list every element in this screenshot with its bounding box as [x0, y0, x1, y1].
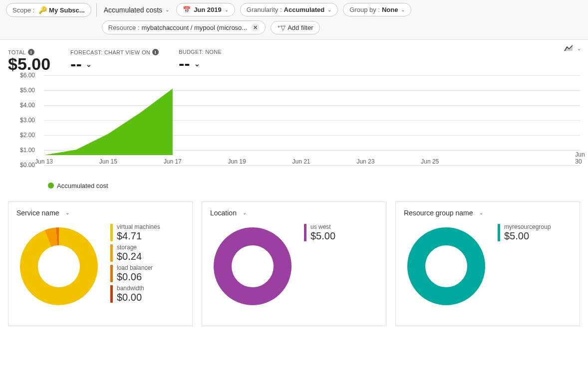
area-chart-icon	[564, 45, 573, 52]
chevron-down-icon: ⌄	[327, 7, 331, 12]
close-icon[interactable]: ✕	[251, 23, 259, 31]
chart-type-toggle[interactable]: ⌄	[564, 45, 581, 52]
legend-swatch	[110, 224, 113, 241]
chevron-down-icon: ⌄	[225, 7, 229, 12]
resource-label: Resource :	[108, 24, 140, 31]
granularity-selector[interactable]: Granularity : Accumulated ⌄	[240, 3, 338, 16]
y-tick: $5.00	[20, 87, 35, 94]
legend-swatch	[110, 244, 113, 262]
legend-item: virtual machines$4.71	[110, 224, 184, 241]
legend-item-name: us west	[310, 224, 335, 230]
filter-funnel-icon: ⁺▽	[277, 24, 286, 31]
main-chart: $0.00$1.00$2.00$3.00$4.00$5.00$6.00Jun 1…	[0, 75, 588, 196]
donut-location	[210, 224, 295, 309]
scope-selector[interactable]: Scope : 🔑 My Subsc...	[6, 3, 91, 17]
donut-legend-rg: myresourcegroup$5.00	[498, 224, 572, 309]
card-title-rg[interactable]: Resource group name ⌄	[404, 209, 572, 217]
card-location: Location ⌄ us west$5.00	[202, 201, 386, 326]
area-chart-canvas: $0.00$1.00$2.00$3.00$4.00$5.00$6.00Jun 1…	[20, 75, 580, 175]
chevron-down-icon: ⌄	[86, 61, 92, 68]
legend-swatch	[48, 183, 54, 188]
x-tick: Jun 21	[293, 158, 310, 165]
legend-item-value: $0.24	[117, 251, 142, 262]
resource-value: mybatchaccount / mypool (microso...	[142, 24, 248, 31]
y-tick: $0.00	[20, 162, 35, 169]
info-icon[interactable]: i	[152, 49, 159, 55]
forecast-value[interactable]: -- ⌄	[70, 55, 159, 73]
budget-block: BUDGET: NONE -- ⌄	[179, 49, 222, 73]
legend-item-name: myresourcegroup	[504, 224, 551, 230]
legend-item-name: bandwidth	[117, 285, 144, 292]
add-filter-button[interactable]: ⁺▽ Add filter	[271, 21, 319, 34]
x-tick: Jun 19	[228, 158, 246, 165]
budget-value[interactable]: -- ⌄	[179, 55, 222, 73]
granularity-value: Accumulated	[284, 6, 325, 13]
chevron-down-icon: ⌄	[194, 60, 200, 68]
calendar-icon: 📅	[183, 6, 191, 13]
donut-service	[16, 224, 101, 309]
y-tick: $3.00	[20, 117, 35, 124]
x-tick: Jun 15	[99, 158, 117, 165]
filters-wrap: Accumulated costs ⌄ 📅 Jun 2019 ⌄ Granula…	[102, 3, 412, 34]
granularity-label: Granularity :	[247, 6, 282, 13]
forecast-label-text: FORECAST: CHART VIEW ON	[70, 49, 150, 55]
svg-point-3	[416, 236, 476, 296]
resource-filter-chip[interactable]: Resource : mybatchaccount / mypool (micr…	[102, 20, 266, 34]
scope-region: Scope : 🔑 My Subsc...	[6, 3, 97, 17]
groupby-value: None	[382, 6, 398, 13]
x-tick: Jun 17	[164, 158, 182, 165]
forecast-block: FORECAST: CHART VIEW ON i -- ⌄	[70, 49, 159, 73]
card-title-text: Location	[210, 209, 237, 217]
y-tick: $4.00	[20, 102, 35, 109]
svg-marker-1	[44, 88, 173, 155]
y-tick: $6.00	[20, 72, 35, 79]
add-filter-label: Add filter	[288, 24, 313, 31]
legend-item: us west$5.00	[304, 224, 378, 241]
legend-item-value: $0.06	[117, 271, 153, 282]
card-resource-group: Resource group name ⌄ myresourcegroup$5.…	[395, 201, 580, 326]
y-tick: $2.00	[20, 132, 35, 139]
summary-row: TOTAL i $5.00 FORECAST: CHART VIEW ON i …	[0, 40, 588, 75]
card-title-service[interactable]: Service name ⌄	[16, 209, 184, 217]
budget-value-text: --	[179, 55, 190, 73]
chart-legend: Accumulated cost	[20, 175, 580, 194]
total-block: TOTAL i $5.00	[8, 49, 50, 73]
legend-item-name: virtual machines	[117, 224, 160, 230]
forecast-label: FORECAST: CHART VIEW ON i	[70, 49, 159, 55]
groupby-label: Group by :	[349, 6, 380, 13]
total-value: $5.00	[8, 55, 50, 73]
x-tick: Jun 13	[35, 158, 53, 165]
chevron-down-icon: ⌄	[243, 210, 247, 215]
card-title-location[interactable]: Location ⌄	[210, 209, 378, 217]
legend-item: bandwidth$0.00	[110, 285, 184, 303]
key-icon: 🔑	[38, 6, 47, 14]
accumulated-costs-dropdown[interactable]: Accumulated costs ⌄	[102, 4, 172, 16]
groupby-selector[interactable]: Group by : None ⌄	[343, 3, 411, 16]
forecast-value-text: --	[70, 55, 82, 73]
date-range-selector[interactable]: 📅 Jun 2019 ⌄	[176, 3, 235, 16]
legend-swatch	[498, 224, 500, 241]
card-title-text: Service name	[16, 209, 59, 217]
legend-item: storage$0.24	[110, 244, 184, 262]
legend-item-name: load balancer	[117, 265, 153, 271]
donut-rg	[404, 224, 489, 309]
card-service-name: Service name ⌄ virtual machines$4.71stor…	[8, 201, 193, 326]
filters-row-1: Accumulated costs ⌄ 📅 Jun 2019 ⌄ Granula…	[102, 3, 412, 16]
legend-item-value: $4.71	[117, 230, 160, 241]
filters-row-2: Resource : mybatchaccount / mypool (micr…	[102, 20, 412, 34]
donut-legend-location: us west$5.00	[304, 224, 378, 309]
chevron-down-icon: ⌄	[479, 210, 483, 215]
x-tick: Jun 23	[356, 158, 374, 165]
chevron-down-icon: ⌄	[401, 7, 405, 12]
legend-item-name: storage	[117, 244, 142, 251]
scope-value: My Subsc...	[49, 6, 85, 14]
card-title-text: Resource group name	[404, 209, 473, 217]
legend-swatch	[110, 285, 113, 303]
scope-label: Scope :	[12, 6, 34, 14]
chevron-down-icon: ⌄	[65, 210, 69, 215]
legend-swatch	[110, 265, 113, 282]
y-tick: $1.00	[20, 147, 35, 154]
chevron-down-icon: ⌄	[165, 7, 169, 12]
legend-item-value: $5.00	[504, 230, 551, 241]
svg-point-2	[223, 236, 283, 296]
